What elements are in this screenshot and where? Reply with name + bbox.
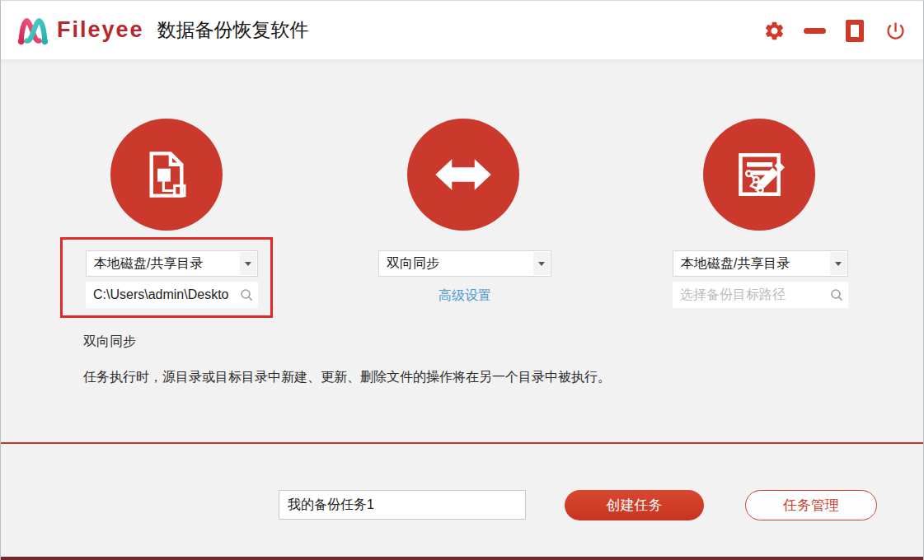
sync-mode-value: 双向同步 — [387, 255, 439, 273]
advanced-settings-link[interactable]: 高级设置 — [378, 287, 551, 305]
target-circle — [703, 119, 815, 231]
target-type-dropdown[interactable]: 本地磁盘/共享目录 — [673, 250, 848, 277]
sync-mode-circle — [407, 119, 519, 231]
target-type-value: 本地磁盘/共享目录 — [681, 255, 790, 273]
power-icon[interactable] — [884, 19, 907, 42]
dropdown-arrow-button[interactable] — [240, 252, 256, 275]
task-name-input[interactable] — [279, 490, 526, 520]
fileyee-logo-icon — [16, 13, 50, 48]
dropdown-arrow-button[interactable] — [830, 252, 847, 275]
target-path-input[interactable] — [673, 282, 848, 308]
magnifier-icon[interactable] — [240, 288, 253, 301]
dropdown-arrow-button[interactable] — [533, 252, 550, 275]
source-type-value: 本地磁盘/共享目录 — [94, 255, 203, 273]
target-path-field — [673, 282, 848, 308]
double-arrow-icon — [430, 142, 496, 208]
minimize-icon[interactable] — [803, 19, 826, 42]
mode-description-text: 任务执行时，源目录或目标目录中新建、更新、删除文件的操作将在另一个目录中被执行。 — [83, 369, 858, 386]
window-controls — [762, 1, 907, 60]
title-bar: Fileyee 数据备份恢复软件 — [1, 1, 923, 60]
source-path-field — [86, 282, 258, 308]
mode-description-title: 双向同步 — [83, 334, 136, 351]
source-type-dropdown[interactable]: 本地磁盘/共享目录 — [86, 250, 258, 277]
sync-mode-dropdown[interactable]: 双向同步 — [378, 250, 551, 277]
window-bottom-edge — [1, 557, 923, 560]
task-manage-button[interactable]: 任务管理 — [745, 490, 877, 520]
maximize-icon[interactable] — [843, 19, 866, 42]
chevron-down-icon — [835, 262, 842, 266]
chevron-down-icon — [538, 262, 545, 266]
settings-gear-icon[interactable] — [762, 19, 786, 42]
brand-name: Fileyee — [57, 17, 144, 43]
document-edit-icon — [726, 142, 792, 208]
document-diagram-icon — [134, 142, 199, 207]
magnifier-icon[interactable] — [830, 288, 843, 301]
source-circle — [110, 119, 223, 231]
create-task-button[interactable]: 创建任务 — [565, 490, 704, 520]
app-window: Fileyee 数据备份恢复软件 — [0, 0, 924, 560]
chevron-down-icon — [245, 262, 251, 266]
source-path-input[interactable] — [86, 282, 258, 308]
red-separator-line — [1, 442, 923, 444]
app-title: 数据备份恢复软件 — [157, 17, 309, 43]
